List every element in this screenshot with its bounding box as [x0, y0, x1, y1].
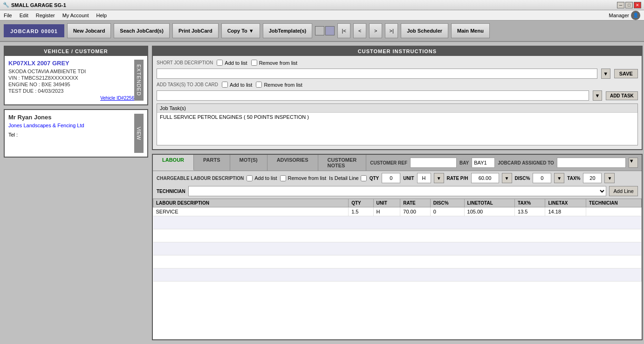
menu-file[interactable]: File: [4, 13, 12, 18]
nav-prev-button[interactable]: <: [353, 23, 366, 38]
tab-labour[interactable]: LABOUR: [153, 155, 194, 171]
color-box-1[interactable]: [315, 26, 324, 35]
job-template-button[interactable]: JobTemplate(s): [263, 23, 312, 38]
maximize-button[interactable]: □: [625, 2, 633, 8]
short-job-remove-checkbox-area: Remove from list: [251, 60, 298, 66]
td-rate: 70.00: [400, 207, 430, 216]
tab-advisories[interactable]: ADVISORIES: [267, 155, 318, 171]
save-button[interactable]: SAVE: [614, 69, 638, 78]
short-job-add-checkbox[interactable]: [217, 60, 223, 66]
vehicle-customer-header: VEHICLE / CUSTOMER: [5, 47, 147, 56]
customer-name[interactable]: Mr Ryan Jones: [8, 114, 134, 121]
is-detail-label: Is Detail Line: [329, 175, 359, 181]
company-name: Jones Landscapes & Fencing Ltd: [8, 123, 134, 128]
table-row: [153, 242, 642, 255]
tasks-add-checkbox-area: Add to list: [222, 82, 252, 88]
view-bar[interactable]: VIEW: [134, 114, 144, 153]
add-tasks-input[interactable]: [157, 90, 589, 101]
td-linetax: 14.18: [545, 207, 586, 216]
app-title: SMALL GARAGE SG-1: [11, 2, 66, 8]
minimize-button[interactable]: ─: [617, 2, 624, 8]
qty-input[interactable]: [382, 173, 400, 183]
technician-select[interactable]: [188, 186, 607, 196]
th-tax: TAX%: [515, 199, 545, 207]
bottom-area: LABOUR PARTS MOT(S) ADVISORIES CUSTOMER …: [152, 154, 643, 340]
disc-input[interactable]: [533, 173, 551, 183]
assigned-dropdown[interactable]: ▼: [629, 158, 638, 168]
job-scheduler-button[interactable]: Job Scheduler: [401, 23, 448, 38]
menu-my-account[interactable]: My Account: [62, 13, 89, 18]
labour-table: LABOUR DESCRIPTION QTY UNIT RATE DISC% L…: [153, 199, 642, 339]
technician-label: TECHNICIAN: [157, 189, 185, 194]
customer-ref-label: CUSTOMER REF: [370, 160, 407, 165]
unit-dropdown[interactable]: ▼: [434, 173, 444, 183]
manager-icon: 👤: [631, 11, 640, 20]
add-task-button[interactable]: ADD TASK: [606, 91, 638, 100]
extended-bar[interactable]: EXTENDED: [134, 60, 144, 101]
add-line-button[interactable]: Add Line: [609, 186, 637, 196]
vehicle-name[interactable]: KP07XLX 2007 GREY: [8, 60, 134, 67]
tab-customer-notes[interactable]: CUSTOMER NOTES: [318, 155, 367, 171]
customer-tel: Tel :: [8, 132, 134, 138]
tab-parts[interactable]: PARTS: [194, 155, 230, 171]
menu-help[interactable]: Help: [96, 13, 107, 18]
td-disc: 0: [430, 207, 464, 216]
td-qty: 1.5: [349, 207, 373, 216]
copy-to-button[interactable]: Copy To ▼: [221, 23, 260, 38]
td-description: SERVICE: [153, 207, 349, 216]
new-jobcard-button[interactable]: New Jobcard: [67, 23, 111, 38]
vehicle-id-link[interactable]: Vehicle ID#2256: [8, 96, 134, 101]
search-jobcard-button[interactable]: Seach JobCard(s): [114, 23, 170, 38]
print-jobcard-button[interactable]: Print JobCard: [172, 23, 219, 38]
labour-add-checkbox[interactable]: [247, 175, 253, 181]
nav-first-button[interactable]: |<: [337, 23, 350, 38]
main-menu-button[interactable]: Main Menu: [451, 23, 490, 38]
job-task-item[interactable]: FULL SERVICE PETROL ENGINES ( 50 POINTS …: [157, 113, 637, 121]
rate-input[interactable]: [471, 173, 499, 183]
tab-mots[interactable]: MOT(S): [230, 155, 267, 171]
short-job-add-checkbox-area: Add to list: [217, 60, 247, 66]
tax-dropdown[interactable]: ▼: [604, 173, 615, 183]
assigned-input[interactable]: [557, 158, 626, 168]
customer-panel: Mr Ryan Jones Jones Landscapes & Fencing…: [4, 109, 148, 158]
short-job-remove-checkbox[interactable]: [251, 60, 257, 66]
vehicle-test-due: TEST DUE : 04/03/2023: [8, 88, 134, 94]
rate-label: RATE P/H: [447, 176, 468, 181]
customer-instructions-panel: CUSTOMER INSTRUCTIONS SHORT JOB DECRIPTI…: [152, 46, 643, 150]
customer-ref-input[interactable]: [410, 158, 457, 168]
unit-input[interactable]: [417, 173, 431, 183]
tax-input[interactable]: [583, 173, 602, 183]
nav-next-button[interactable]: >: [369, 23, 382, 38]
short-job-input[interactable]: [157, 69, 597, 79]
td-unit: H: [373, 207, 400, 216]
app-icon: 🔧: [3, 2, 9, 8]
menu-edit[interactable]: Edit: [20, 13, 28, 18]
short-job-label: SHORT JOB DECRIPTION: [157, 60, 213, 65]
tasks-add-checkbox[interactable]: [222, 82, 228, 88]
add-tasks-dropdown[interactable]: ▼: [593, 90, 602, 101]
td-technician: [586, 207, 642, 216]
add-to-list-label: Add to list: [225, 60, 247, 66]
th-disc: DISC%: [430, 199, 464, 207]
labour-remove-checkbox[interactable]: [280, 175, 286, 181]
tasks-remove-checkbox[interactable]: [256, 82, 262, 88]
color-box-2[interactable]: [325, 26, 335, 35]
short-job-row: SHORT JOB DECRIPTION Add to list Remove …: [157, 60, 638, 66]
disc-dropdown[interactable]: ▼: [554, 173, 564, 183]
job-tasks-header: Job Task(s): [157, 104, 637, 113]
vehicle-vin: VIN : TMBCS21Z8XXXXXXXX: [8, 75, 134, 81]
title-bar: 🔧 SMALL GARAGE SG-1 ─ □ ✕: [0, 0, 644, 10]
nav-last-button[interactable]: >|: [385, 23, 398, 38]
labour-detail-checkbox-area: Is Detail Line: [329, 175, 367, 181]
disc-label: DISC%: [515, 176, 530, 181]
close-button[interactable]: ✕: [634, 2, 641, 8]
menu-register[interactable]: Register: [36, 13, 55, 18]
labour-detail-checkbox[interactable]: [361, 175, 367, 181]
short-job-dropdown[interactable]: ▼: [601, 69, 610, 79]
middle-panel: CUSTOMER INSTRUCTIONS SHORT JOB DECRIPTI…: [152, 46, 643, 340]
qty-label: QTY: [370, 176, 379, 181]
table-row[interactable]: SERVICE 1.5 H 70.00 0 105.00 13.5 14.18: [153, 207, 642, 216]
td-tax: 13.5: [515, 207, 545, 216]
rate-dropdown[interactable]: ▼: [502, 173, 512, 183]
bay-input[interactable]: [472, 158, 495, 168]
